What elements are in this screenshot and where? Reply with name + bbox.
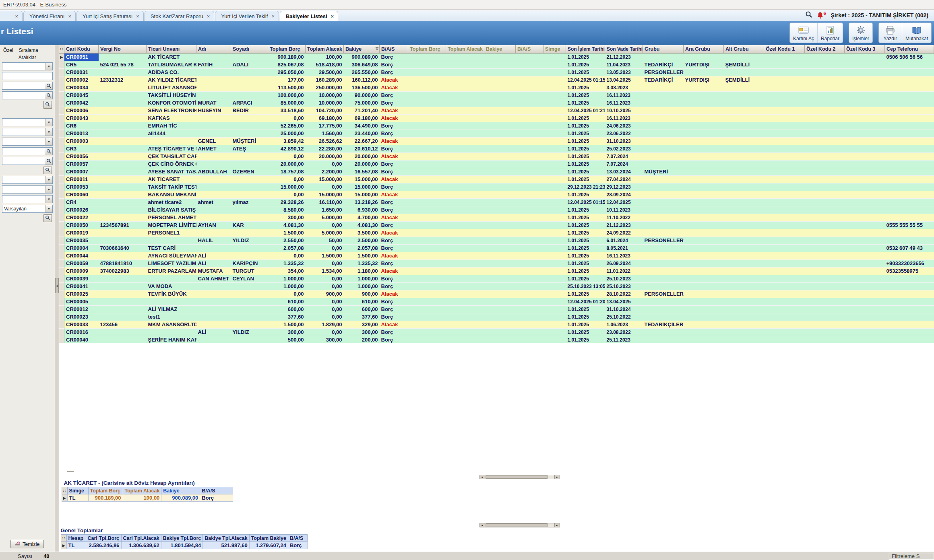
row-indicator[interactable] [59,275,64,282]
cell-grubu[interactable] [643,152,684,160]
cell-ozel3[interactable] [845,229,885,237]
cell-alacak[interactable]: 5.000,00 [306,229,344,237]
column-header-ozel1[interactable]: Özel Kodu 1 [764,45,805,53]
cell-sonIslem[interactable]: 1.01.2025 [566,175,605,183]
cell-bas[interactable]: Borç [380,206,408,214]
cell-adi[interactable] [196,214,231,221]
cell-ozel2[interactable] [805,244,845,252]
cell-code[interactable]: CR00035 [64,237,99,244]
cell-simge[interactable] [543,313,566,321]
cell-grubu[interactable] [643,99,684,107]
cell-bas[interactable]: Borç [380,61,408,68]
cell-code[interactable]: CR00013 [64,130,99,137]
totals-col-bakiye-borc[interactable]: Bakiye Tpl.Borç [161,535,203,542]
cell-soyadi[interactable] [231,191,268,198]
cell-simge[interactable] [543,61,566,68]
cell-sonIslem[interactable]: 12.04.2025 01:21 [566,107,605,114]
column-header-borc[interactable]: Toplam Borç [268,45,306,53]
cell-bakiye[interactable]: 4.081,30 [344,221,380,229]
cell-unvan[interactable]: TEST CARİ [147,244,196,252]
cell-sonIslem[interactable]: 1.01.2025 [566,206,605,214]
cell-araGrubu[interactable] [684,99,724,107]
cell-cep[interactable] [885,160,934,168]
cell-grubu[interactable] [643,214,684,221]
cell-ozel3[interactable] [845,290,885,298]
cell-ozel3[interactable] [845,107,885,114]
cell-soyadi[interactable] [231,183,268,191]
cell-cep[interactable] [885,122,934,130]
cell-soyadi[interactable]: YILDIZ [231,237,268,244]
row-indicator[interactable] [59,237,64,244]
filter-tab-siralama[interactable]: Sıralama [19,47,38,53]
cell-simge[interactable] [543,237,566,244]
cell-ozel2[interactable] [805,259,845,267]
cell-adi[interactable]: AHMET [196,145,231,152]
cell-bakiye-alacak[interactable]: 521.987,60 [203,542,249,549]
cell-araGrubu[interactable] [684,321,724,328]
cell-cep[interactable] [885,114,934,122]
cell-bakiye2[interactable] [484,267,516,275]
cell-ozel3[interactable] [845,305,885,313]
chevron-down-icon[interactable]: ▼ [45,196,52,203]
cell-grubu[interactable] [643,259,684,267]
cell-alacak2[interactable] [446,237,484,244]
cell-borc2[interactable] [408,282,446,290]
toolbar-button-report[interactable]: Raporlar [818,23,843,43]
cell-bas[interactable]: Borç [380,168,408,175]
cell-alacak2[interactable] [446,76,484,84]
cell-vergi[interactable] [99,214,147,221]
cell-bakiye2[interactable] [484,122,516,130]
cell-bas[interactable]: Borç [200,494,233,502]
cell-borc2[interactable] [408,107,446,114]
cell-unvan[interactable]: AYNACI SÜLEYMAN [147,252,196,259]
cell-alacak2[interactable] [446,114,484,122]
cell-unvan[interactable]: test1 [147,313,196,321]
totals-col-cari-alacak[interactable]: Cari Tpl.Alacak [121,535,161,542]
cell-borc2[interactable] [408,336,446,343]
cell-ozel1[interactable] [764,91,805,99]
cell-alacak[interactable]: 16.110,00 [306,198,344,206]
cell-alacak[interactable]: 1.534,00 [306,267,344,275]
cell-vergi[interactable]: 1234567891 [99,221,147,229]
cell-borc[interactable]: 0,00 [268,175,306,183]
cell-unvan[interactable]: ADİDAS CO. [147,68,196,76]
cell-vergi[interactable] [99,145,147,152]
scrollbar-thumb[interactable] [486,475,548,479]
cell-altGrubu[interactable] [724,137,764,145]
table-row[interactable]: CR00043KAFKAS0,0069.180,0069.180,00Alaca… [59,114,934,122]
cell-ozel2[interactable] [805,290,845,298]
scroll-left-icon[interactable]: ◄ [480,523,485,527]
cell-bakiye[interactable]: 75.000,00 [344,99,380,107]
cell-alacak[interactable]: 1.829,00 [306,321,344,328]
cell-sonIslem[interactable]: 1.01.2025 [566,130,605,137]
cell-ozel3[interactable] [845,84,885,91]
cell-sonIslem[interactable]: 1.01.2025 [566,313,605,321]
cell-alacak[interactable]: 0,00 [306,313,344,321]
cell-ozel3[interactable] [845,160,885,168]
cell-ozel3[interactable] [845,168,885,175]
cell-vergi[interactable] [99,130,147,137]
cell-araGrubu[interactable] [684,290,724,298]
cell-altGrubu[interactable] [724,252,764,259]
cell-bakiye[interactable]: 306.649,08 [344,61,380,68]
cell-cep[interactable] [885,252,934,259]
cell-sonVade[interactable]: 23.06.2022 [605,130,643,137]
cell-araGrubu[interactable] [684,229,724,237]
cell-cep[interactable] [885,130,934,137]
cell-ozel3[interactable] [845,336,885,343]
cell-code[interactable]: CR00022 [64,214,99,221]
cell-simge[interactable] [543,290,566,298]
cell-bas2[interactable] [516,76,543,84]
cell-grubu[interactable]: PERSONELLER [643,290,684,298]
cell-bakiye2[interactable] [484,237,516,244]
row-indicator[interactable] [59,84,64,91]
cell-bas2[interactable] [516,252,543,259]
cell-borc2[interactable] [408,91,446,99]
row-indicator[interactable] [59,91,64,99]
cell-alacak2[interactable] [446,91,484,99]
cell-cep[interactable] [885,214,934,221]
cell-araGrubu[interactable] [684,122,724,130]
cell-code[interactable]: CR00057 [64,160,99,168]
cell-adi[interactable] [196,321,231,328]
cell-vergi[interactable] [99,152,147,160]
